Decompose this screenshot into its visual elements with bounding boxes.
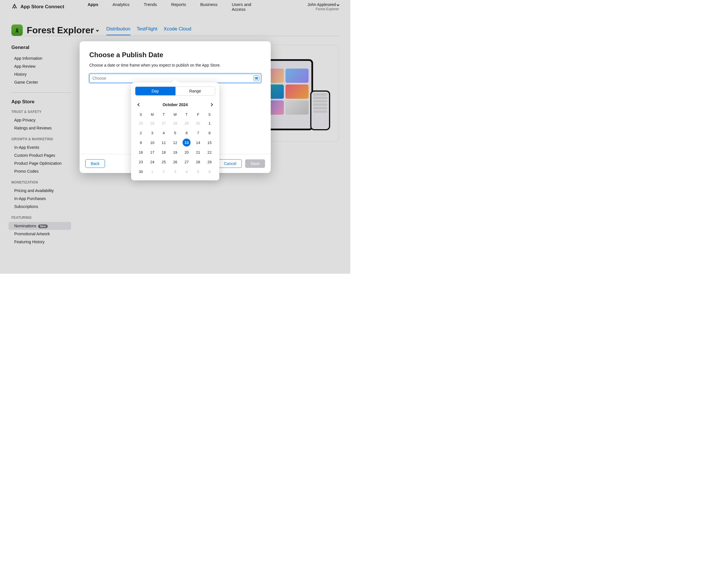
calendar-day[interactable]: 28 xyxy=(192,157,204,167)
calendar-day[interactable]: 18 xyxy=(158,147,169,157)
calendar-day[interactable]: 6 xyxy=(181,128,192,138)
dow-label: T xyxy=(181,111,192,118)
calendar-day[interactable]: 29 xyxy=(204,157,215,167)
cancel-button[interactable]: Cancel xyxy=(218,159,242,168)
calendar-day: 1 xyxy=(146,167,158,176)
dow-label: S xyxy=(204,111,215,118)
calendar-day[interactable]: 22 xyxy=(204,147,215,157)
calendar-day: 27 xyxy=(158,118,169,128)
calendar-day: 26 xyxy=(146,118,158,128)
segment-range[interactable]: Range xyxy=(175,87,215,95)
calendar-day[interactable]: 26 xyxy=(169,157,181,167)
calendar-day[interactable]: 16 xyxy=(135,147,146,157)
modal-title: Choose a Publish Date xyxy=(89,51,261,59)
prev-month-button[interactable] xyxy=(135,101,143,109)
calendar-day: 4 xyxy=(181,167,192,176)
calendar-day[interactable]: 15 xyxy=(204,138,215,147)
chevron-left-icon xyxy=(137,103,140,106)
calendar-day[interactable]: 7 xyxy=(192,128,204,138)
calendar-day[interactable]: 14 xyxy=(192,138,204,147)
calendar-day[interactable]: 4 xyxy=(158,128,169,138)
datepicker-popover: Day Range October 2024 SMTWTFS2526272829… xyxy=(131,82,219,180)
calendar-day[interactable]: 9 xyxy=(135,138,146,147)
calendar-day: 3 xyxy=(169,167,181,176)
calendar-day: 5 xyxy=(192,167,204,176)
calendar-day: 6 xyxy=(204,167,215,176)
save-button: Save xyxy=(245,159,265,168)
chevron-right-icon xyxy=(210,103,213,106)
calendar-day[interactable]: 30 xyxy=(135,167,146,176)
back-button[interactable]: Back xyxy=(85,159,105,168)
calendar-day[interactable]: 27 xyxy=(181,157,192,167)
day-range-segmented: Day Range xyxy=(135,86,215,96)
calendar-day[interactable]: 21 xyxy=(192,147,204,157)
calendar-day: 30 xyxy=(192,118,204,128)
dow-label: F xyxy=(192,111,204,118)
calendar-day: 28 xyxy=(169,118,181,128)
month-label: October 2024 xyxy=(163,102,188,107)
calendar-day[interactable]: 20 xyxy=(181,147,192,157)
calendar-day[interactable]: 17 xyxy=(146,147,158,157)
calendar-day[interactable]: 10 xyxy=(146,138,158,147)
calendar-day[interactable]: 2 xyxy=(135,128,146,138)
dow-label: S xyxy=(135,111,146,118)
calendar-icon[interactable] xyxy=(254,75,259,81)
calendar-day[interactable]: 8 xyxy=(204,128,215,138)
calendar-day[interactable]: 25 xyxy=(158,157,169,167)
calendar-day[interactable]: 23 xyxy=(135,157,146,167)
modal-description: Choose a date or time frame when you exp… xyxy=(89,63,261,67)
calendar-day[interactable]: 13 xyxy=(181,138,192,147)
dow-label: W xyxy=(169,111,181,118)
calendar-day[interactable]: 24 xyxy=(146,157,158,167)
calendar-day[interactable]: 12 xyxy=(169,138,181,147)
calendar-day[interactable]: 11 xyxy=(158,138,169,147)
calendar-grid: SMTWTFS252627282930123456789101112131415… xyxy=(135,111,215,176)
calendar-day[interactable]: 5 xyxy=(169,128,181,138)
next-month-button[interactable] xyxy=(207,101,215,109)
calendar-day[interactable]: 19 xyxy=(169,147,181,157)
dow-label: T xyxy=(158,111,169,118)
calendar-day[interactable]: 1 xyxy=(204,118,215,128)
calendar-day[interactable]: 3 xyxy=(146,128,158,138)
segment-day[interactable]: Day xyxy=(135,87,175,95)
calendar-day: 2 xyxy=(158,167,169,176)
calendar-day: 25 xyxy=(135,118,146,128)
calendar-day: 29 xyxy=(181,118,192,128)
dow-label: M xyxy=(146,111,158,118)
